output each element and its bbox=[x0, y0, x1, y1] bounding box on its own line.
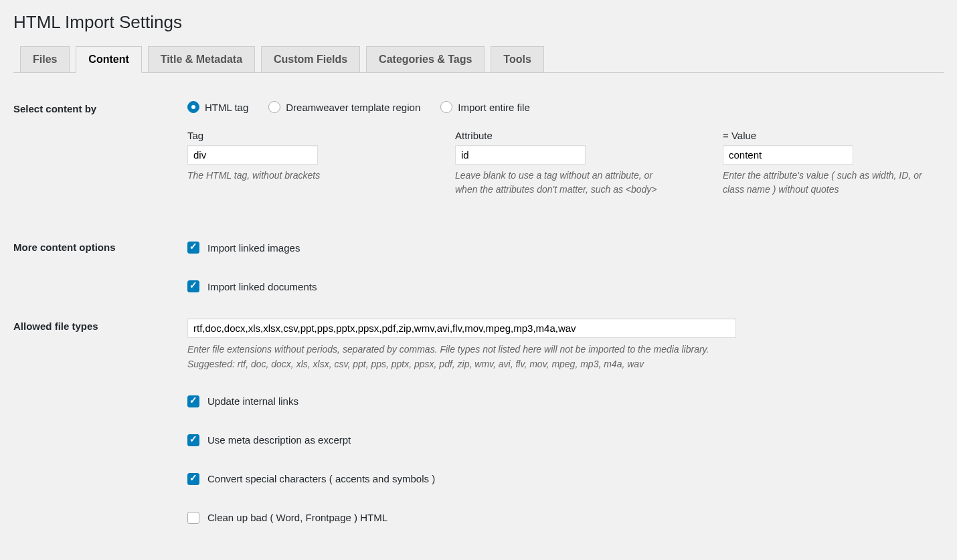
tab-files[interactable]: Files bbox=[20, 46, 70, 72]
more-options-label: More content options bbox=[13, 205, 187, 310]
value-help: Enter the attribute's value ( such as wi… bbox=[723, 169, 937, 197]
select-content-radios: HTML tag Dreamweaver template region Imp… bbox=[187, 101, 937, 113]
radio-entire-file[interactable]: Import entire file bbox=[440, 101, 530, 113]
checkbox-update-links[interactable] bbox=[187, 395, 199, 407]
radio-dreamweaver-label: Dreamweaver template region bbox=[286, 102, 420, 113]
radio-html-tag-input[interactable] bbox=[187, 101, 199, 113]
checkbox-update-links-label: Update internal links bbox=[207, 395, 298, 407]
attribute-input[interactable] bbox=[455, 145, 586, 165]
tag-help: The HTML tag, without brackets bbox=[187, 169, 402, 183]
page-title: HTML Import Settings bbox=[13, 7, 944, 33]
checkbox-convert-chars[interactable] bbox=[187, 473, 199, 485]
radio-dreamweaver-input[interactable] bbox=[268, 101, 280, 113]
allowed-types-label: Allowed file types bbox=[13, 310, 187, 542]
tab-content[interactable]: Content bbox=[76, 46, 141, 73]
tab-categories-tags[interactable]: Categories & Tags bbox=[366, 46, 485, 72]
radio-entire-file-input[interactable] bbox=[440, 101, 452, 113]
checkbox-clean-html-label: Clean up bad ( Word, Frontpage ) HTML bbox=[207, 512, 387, 523]
attribute-help: Leave blank to use a tag without an attr… bbox=[455, 169, 669, 197]
allowed-types-help: Enter file extensions without periods, s… bbox=[187, 342, 937, 372]
checkbox-import-images[interactable] bbox=[187, 242, 199, 254]
value-input[interactable] bbox=[723, 145, 853, 165]
select-content-label: Select content by bbox=[13, 93, 187, 205]
allowed-types-help-1: Enter file extensions without periods, s… bbox=[187, 342, 937, 357]
tag-col-attribute: Attribute Leave blank to use a tag witho… bbox=[455, 130, 669, 197]
tab-title-metadata[interactable]: Title & Metadata bbox=[148, 46, 255, 72]
tag-col-value: = Value Enter the attribute's value ( su… bbox=[723, 130, 937, 197]
radio-dreamweaver[interactable]: Dreamweaver template region bbox=[268, 101, 420, 113]
tag-input[interactable] bbox=[187, 145, 318, 165]
checkbox-import-documents-label: Import linked documents bbox=[207, 281, 317, 292]
tag-columns: Tag The HTML tag, without brackets Attri… bbox=[187, 130, 937, 197]
tag-col-tag: Tag The HTML tag, without brackets bbox=[187, 130, 402, 197]
radio-html-tag-label: HTML tag bbox=[205, 102, 248, 113]
tab-tools[interactable]: Tools bbox=[491, 46, 543, 72]
attribute-col-label: Attribute bbox=[455, 130, 669, 141]
allowed-types-help-2: Suggested: rtf, doc, docx, xls, xlsx, cs… bbox=[187, 357, 937, 371]
radio-entire-file-label: Import entire file bbox=[458, 102, 530, 113]
value-col-label: = Value bbox=[723, 130, 937, 141]
checkbox-use-meta[interactable] bbox=[187, 434, 199, 446]
checkbox-convert-chars-label: Convert special characters ( accents and… bbox=[207, 473, 435, 484]
tab-nav: Files Content Title & Metadata Custom Fi… bbox=[13, 46, 944, 73]
checkbox-import-images-label: Import linked images bbox=[207, 242, 300, 254]
checkbox-import-documents[interactable] bbox=[187, 280, 199, 292]
tag-col-tag-label: Tag bbox=[187, 130, 402, 141]
checkbox-clean-html[interactable] bbox=[187, 512, 199, 524]
radio-html-tag[interactable]: HTML tag bbox=[187, 101, 248, 113]
checkbox-use-meta-label: Use meta description as excerpt bbox=[207, 434, 351, 446]
tab-custom-fields[interactable]: Custom Fields bbox=[261, 46, 360, 72]
allowed-types-input[interactable] bbox=[187, 318, 736, 338]
